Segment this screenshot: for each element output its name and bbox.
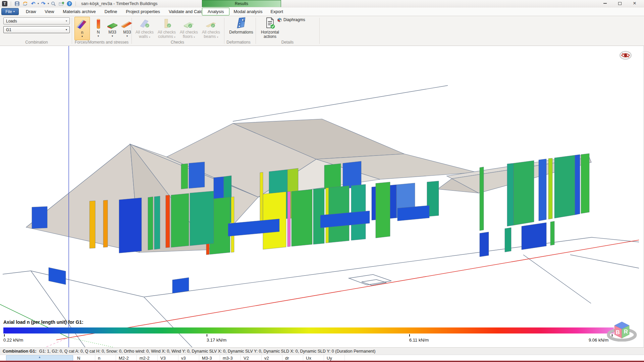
column-header-m3-3[interactable]: m3-3 bbox=[220, 355, 241, 361]
load-type-combobox[interactable]: Loads▾ bbox=[3, 17, 70, 24]
undo-icon[interactable]: ↶ bbox=[30, 1, 37, 7]
color-scale-bar bbox=[3, 327, 614, 334]
column-header-V2[interactable]: V2 bbox=[241, 355, 262, 361]
redo-dropdown-icon[interactable]: ▾ bbox=[48, 2, 49, 5]
chevron-down-icon: ▾ bbox=[66, 19, 67, 22]
tab-export[interactable]: Export bbox=[266, 8, 287, 15]
file-menu-button[interactable]: File▾ bbox=[1, 8, 19, 15]
beam-moment-m33-button[interactable]: M33 ▼ bbox=[120, 17, 134, 40]
scale-tick bbox=[207, 334, 207, 337]
scale-label-mid2: 6.11 kN/m bbox=[409, 338, 429, 343]
deformations-button[interactable]: Deformations bbox=[227, 17, 256, 40]
menu-tab-row: File▾ Draw View Materials archive Define… bbox=[0, 7, 644, 16]
zoom-search-icon[interactable] bbox=[50, 1, 57, 7]
scale-label-mid1: 3.17 kN/m bbox=[207, 338, 226, 343]
dropdown-arrow-icon: ▼ bbox=[81, 35, 84, 38]
column-header-dr[interactable]: dr bbox=[282, 355, 303, 361]
svg-text:✓: ✓ bbox=[168, 24, 170, 27]
tab-analysis[interactable]: Analysis bbox=[202, 8, 229, 15]
scale-label-min: 0.22 kN/m bbox=[3, 338, 23, 343]
document-check-icon bbox=[265, 17, 275, 29]
tab-view[interactable]: View bbox=[40, 8, 58, 15]
chevron-down-icon: ▾ bbox=[66, 28, 67, 31]
group-label-details: Details bbox=[256, 40, 319, 45]
svg-text:R: R bbox=[624, 328, 628, 335]
column-header-n[interactable]: n bbox=[95, 355, 116, 361]
floor-check-icon: ✓ bbox=[183, 17, 195, 29]
column-header-v2[interactable]: v2 bbox=[262, 355, 282, 361]
dropdown-arrow-icon: ▼ bbox=[97, 35, 100, 37]
dropdown-arrow-icon: ▼ bbox=[111, 35, 114, 37]
status-bar: Combination G1: G1: 1, G2: 0, Q cat A: 0… bbox=[0, 347, 644, 355]
scale-tick bbox=[409, 334, 410, 337]
close-button[interactable]: × bbox=[627, 0, 642, 7]
all-checks-floors-button[interactable]: ✓ All checksfloors ▾ bbox=[178, 17, 199, 40]
window-controls: × bbox=[598, 0, 642, 7]
beam-check-icon: ✓ bbox=[205, 17, 217, 29]
sync-icon[interactable] bbox=[22, 1, 29, 7]
deformations-icon bbox=[235, 17, 247, 29]
group-label-forces: Forces/Moments and stresses bbox=[72, 40, 131, 45]
combination-combobox[interactable]: G1▾ bbox=[3, 26, 70, 33]
ribbon: Loads▾ G1▾ Combination n ▼ N ▼ M33 ▼ bbox=[0, 16, 644, 46]
x-axis-line bbox=[56, 240, 639, 340]
column-header-Uy[interactable]: Uy bbox=[324, 355, 345, 361]
floor-moment-icon bbox=[106, 17, 118, 29]
building-model bbox=[0, 46, 644, 347]
svg-text:✓: ✓ bbox=[146, 24, 149, 27]
column-header-V3[interactable]: V3 bbox=[158, 355, 178, 361]
table-sort-cell[interactable]: ▲ bbox=[6, 355, 73, 361]
svg-text:✓: ✓ bbox=[212, 24, 214, 27]
tab-draw[interactable]: Draw bbox=[21, 8, 40, 15]
all-checks-walls-button[interactable]: ✓ All checkswalls ▾ bbox=[134, 17, 155, 40]
brand-cube-logo: B R bbox=[604, 321, 641, 343]
maximize-button[interactable] bbox=[612, 0, 627, 7]
dropdown-arrow-icon: ▼ bbox=[126, 35, 128, 37]
divider bbox=[75, 1, 76, 6]
diaphragm-cube-icon bbox=[277, 17, 282, 22]
results-contextual-label: Results bbox=[235, 1, 248, 6]
column-header-v3[interactable]: v3 bbox=[178, 355, 199, 361]
save-icon[interactable] bbox=[14, 1, 20, 7]
axial-load-n-button[interactable]: n ▼ bbox=[74, 17, 90, 40]
column-header-m2-2[interactable]: m2-2 bbox=[137, 355, 158, 361]
help-icon[interactable]: ? bbox=[66, 1, 73, 7]
all-checks-beams-button[interactable]: ✓ All checksbeams ▾ bbox=[201, 17, 221, 40]
column-header-M2-2[interactable]: M2-2 bbox=[116, 355, 137, 361]
column-force-icon bbox=[96, 17, 101, 29]
send-mail-icon[interactable] bbox=[58, 1, 65, 7]
svg-text:B: B bbox=[616, 329, 620, 336]
column-header-N[interactable]: N bbox=[74, 355, 95, 361]
group-divider bbox=[319, 18, 320, 44]
axial-force-N-button[interactable]: N ▼ bbox=[93, 17, 104, 40]
visibility-eye-button[interactable] bbox=[619, 50, 632, 60]
tab-modal-analysis[interactable]: Modal analysis bbox=[229, 8, 266, 15]
svg-text:?: ? bbox=[68, 2, 71, 6]
tab-define[interactable]: Define bbox=[100, 8, 122, 15]
title-bar: T ↶ ▾ ↷ ▾ ? sarı-köşk_rev3a - TimberTech… bbox=[0, 0, 644, 7]
app-icon: T bbox=[1, 1, 8, 7]
all-checks-columns-button[interactable]: ✓ All checkscolumns ▾ bbox=[156, 17, 177, 40]
svg-text:✓: ✓ bbox=[189, 24, 192, 28]
model-viewport[interactable]: Axial load n (per length unit) for G1: 0… bbox=[0, 46, 644, 347]
diaphragms-button[interactable]: Diaphragms bbox=[277, 17, 305, 23]
results-table-header: ▲ N n M2-2 m2-2 V3 v3 M3-3 m3-3 V2 v2 dr… bbox=[0, 355, 644, 361]
results-contextual-tab: Results bbox=[202, 0, 281, 7]
column-header-M3-3[interactable]: M3-3 bbox=[199, 355, 220, 361]
floor-moment-m33-button[interactable]: M33 ▼ bbox=[105, 17, 119, 40]
group-label-deformations: Deformations bbox=[224, 40, 253, 45]
undo-dropdown-icon[interactable]: ▾ bbox=[38, 2, 39, 5]
bottom-row-strip bbox=[0, 361, 644, 362]
column-check-icon: ✓ bbox=[161, 17, 172, 29]
column-header-Ux[interactable]: Ux bbox=[303, 355, 324, 361]
redo-icon[interactable]: ↷ bbox=[40, 1, 47, 7]
wall-stress-icon bbox=[76, 17, 88, 30]
scale-tick bbox=[4, 334, 5, 337]
legend-title: Axial load n (per length unit) for G1: bbox=[3, 319, 84, 325]
status-combination-label: Combination G1: bbox=[3, 349, 37, 354]
tab-project-properties[interactable]: Project properties bbox=[121, 8, 164, 15]
window-title: sarı-köşk_rev3a - TimberTech Buildings bbox=[81, 1, 158, 6]
tab-materials-archive[interactable]: Materials archive bbox=[58, 8, 100, 15]
divider bbox=[11, 1, 11, 6]
minimize-button[interactable] bbox=[598, 0, 612, 7]
